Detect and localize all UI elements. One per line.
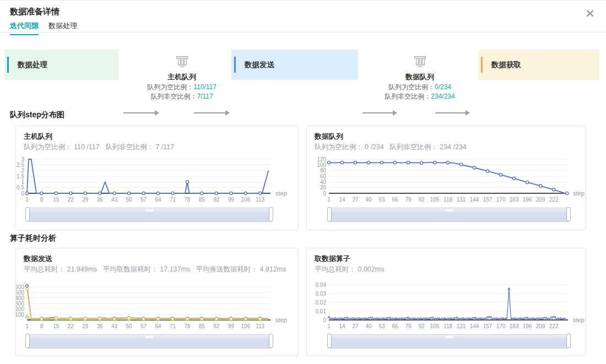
flow-node-data-processing: 数据处理 <box>4 50 118 80</box>
svg-text:0: 0 <box>323 191 326 197</box>
host-queue-label: 主机队列 <box>140 72 223 82</box>
datazoom-handle-left[interactable] <box>327 334 332 348</box>
svg-text:36: 36 <box>97 323 104 329</box>
datazoom-handle-left[interactable] <box>25 207 30 221</box>
pipeline-flow-diagram: 数据处理 主机队列 队列为空比例：110/117 队列非空比例：7/117 数据… <box>0 48 606 109</box>
svg-text:600: 600 <box>16 284 24 290</box>
svg-text:1: 1 <box>327 197 331 203</box>
data-queue-line-chart: 0204060801001201142740536679921051181311… <box>307 156 586 205</box>
svg-text:0.04: 0.04 <box>316 282 327 288</box>
svg-text:500: 500 <box>16 290 24 296</box>
chart-card-get-data-operator: 取数据算子 平均总耗时： 0.002ms 00.010.020.030.0411… <box>306 248 586 356</box>
datazoom-grip-icon[interactable] <box>145 209 153 211</box>
svg-text:50: 50 <box>126 197 133 203</box>
datazoom-slider[interactable] <box>27 334 272 349</box>
svg-text:300: 300 <box>16 301 24 307</box>
svg-text:0: 0 <box>21 191 24 197</box>
datazoom-grip-icon[interactable] <box>445 336 453 338</box>
chart-card-title: 取数据算子 <box>315 254 350 264</box>
svg-text:85: 85 <box>199 323 205 329</box>
svg-text:196: 196 <box>523 197 532 203</box>
svg-text:64: 64 <box>155 197 161 203</box>
page-title: 数据准备详情 <box>10 7 59 17</box>
svg-text:1: 1 <box>25 323 29 329</box>
svg-text:2.5: 2.5 <box>17 162 24 168</box>
svg-text:71: 71 <box>170 197 176 203</box>
chart-card-stats: 队列为空比例： 0 /234 队列非空比例： 234 /234 <box>315 143 467 152</box>
datazoom-handle-left[interactable] <box>327 207 332 221</box>
datazoom-slider[interactable] <box>27 208 272 222</box>
svg-text:105: 105 <box>430 323 440 329</box>
svg-text:157: 157 <box>483 197 493 203</box>
svg-text:36: 36 <box>97 197 104 203</box>
queue-empty-ratio-value: 110/117 <box>193 83 217 91</box>
svg-text:57: 57 <box>140 197 147 203</box>
host-queue-line-chart: 00.511.522.53181522293643505764717885929… <box>16 156 298 205</box>
datazoom-grip-icon[interactable] <box>445 209 453 211</box>
chart-card-stats: 平均总耗时： 0.002ms <box>315 265 384 274</box>
svg-text:200: 200 <box>16 306 24 312</box>
svg-text:183: 183 <box>510 323 519 329</box>
datazoom-handle-right[interactable] <box>269 207 273 221</box>
chart-card-title: 数据队列 <box>315 132 343 142</box>
svg-text:57: 57 <box>140 323 147 329</box>
close-icon[interactable]: ✕ <box>583 7 597 21</box>
svg-text:113: 113 <box>256 197 264 203</box>
svg-text:157: 157 <box>483 323 493 329</box>
tab-iteration-gap[interactable]: 迭代间隙 <box>10 21 39 35</box>
datazoom-slider[interactable] <box>329 208 569 222</box>
svg-text:14: 14 <box>339 197 345 203</box>
queue-empty-ratio-value: 0/234 <box>435 83 451 91</box>
datazoom-handle-right[interactable] <box>269 334 273 348</box>
svg-text:40: 40 <box>320 179 327 185</box>
svg-text:1: 1 <box>21 179 24 185</box>
svg-text:40: 40 <box>365 323 372 329</box>
data-queue-label: 数据队列 <box>378 72 461 82</box>
svg-text:118: 118 <box>443 197 452 203</box>
svg-text:105: 105 <box>430 197 440 203</box>
svg-text:92: 92 <box>418 323 425 329</box>
svg-text:60: 60 <box>320 173 327 180</box>
svg-text:99: 99 <box>228 323 235 329</box>
queue-nonempty-ratio-value: 234/234 <box>431 93 454 100</box>
get-data-operator-line-chart: 00.010.020.030.0411427405366799210511813… <box>307 280 586 332</box>
datazoom-handle-right[interactable] <box>566 334 571 348</box>
svg-text:43: 43 <box>111 323 118 329</box>
svg-text:53: 53 <box>378 197 385 203</box>
svg-text:99: 99 <box>228 197 235 203</box>
top-divider <box>0 0 606 1</box>
flow-node-data-fetch: 数据获取 <box>478 50 599 80</box>
svg-text:step: step <box>573 190 585 197</box>
svg-text:0.02: 0.02 <box>316 300 327 306</box>
svg-text:66: 66 <box>392 323 398 329</box>
svg-text:0.03: 0.03 <box>316 291 327 297</box>
svg-text:106: 106 <box>241 197 250 203</box>
datazoom-grip-icon[interactable] <box>145 336 153 338</box>
svg-text:106: 106 <box>241 323 250 329</box>
datazoom-handle-right[interactable] <box>566 207 571 221</box>
svg-text:8: 8 <box>40 323 44 329</box>
tab-data-processing[interactable]: 数据处理 <box>48 21 77 34</box>
svg-text:2: 2 <box>21 167 24 173</box>
svg-text:100: 100 <box>16 312 24 318</box>
svg-text:78: 78 <box>184 197 191 203</box>
datazoom-handle-left[interactable] <box>25 334 30 348</box>
data-send-line-chart: 1002003004005006001815222936435057647178… <box>16 280 298 332</box>
svg-text:0.5: 0.5 <box>17 184 24 191</box>
datazoom-slider[interactable] <box>329 334 569 349</box>
queue-icon <box>175 54 190 69</box>
chart-card-title: 主机队列 <box>24 132 52 142</box>
svg-text:1: 1 <box>25 197 29 203</box>
section-title-queue-step: 队列step分布图 <box>10 110 64 120</box>
svg-text:43: 43 <box>111 197 118 203</box>
svg-text:170: 170 <box>496 323 506 329</box>
svg-text:15: 15 <box>53 323 59 329</box>
host-queue-block: 主机队列 队列为空比例：110/117 队列非空比例：7/117 <box>140 54 223 101</box>
svg-text:100: 100 <box>317 162 326 168</box>
arrow-right-icon <box>435 112 466 113</box>
svg-text:1: 1 <box>327 323 331 329</box>
svg-text:170: 170 <box>496 197 506 203</box>
svg-text:183: 183 <box>510 197 519 203</box>
svg-text:0: 0 <box>323 317 326 323</box>
svg-text:118: 118 <box>443 323 452 329</box>
